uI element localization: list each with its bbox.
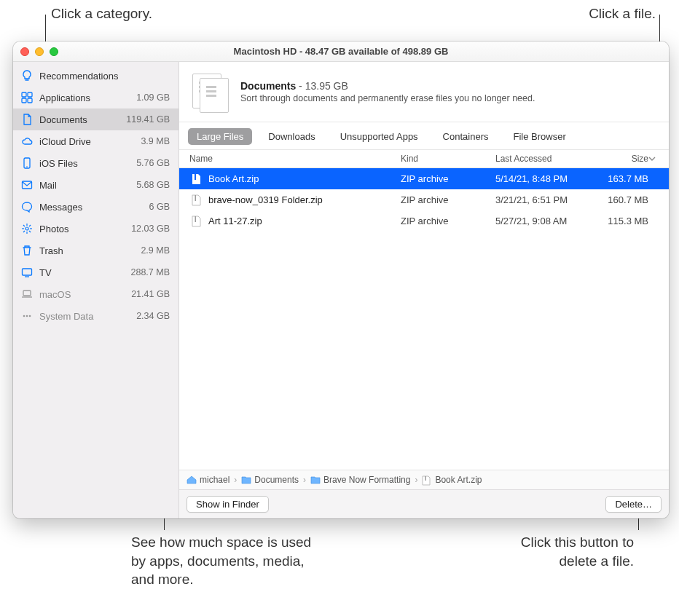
column-last-accessed[interactable]: Last Accessed: [495, 154, 594, 164]
file-last-accessed: 5/14/21, 8:48 PM: [495, 173, 594, 184]
delete-button[interactable]: Delete…: [605, 496, 662, 513]
sidebar-item-documents[interactable]: Documents119.41 GB: [13, 108, 178, 130]
path-segment[interactable]: michael: [187, 475, 229, 485]
svg-rect-0: [22, 92, 26, 97]
sidebar-item-size: 5.68 GB: [136, 180, 170, 190]
tabs: Large FilesDownloadsUnsupported AppsCont…: [179, 122, 669, 150]
window-title: Macintosh HD - 48.47 GB available of 498…: [13, 46, 669, 57]
document-icon: [20, 113, 34, 126]
sidebar-item-label: TV: [39, 267, 126, 278]
svg-point-21: [29, 315, 31, 317]
file-last-accessed: 3/21/21, 6:51 PM: [495, 194, 594, 205]
svg-point-5: [26, 166, 28, 167]
sidebar-item-recommendations[interactable]: Recommendations: [13, 65, 178, 87]
sidebar-item-photos[interactable]: Photos12.03 GB: [13, 218, 178, 240]
column-name[interactable]: Name: [189, 154, 401, 164]
sidebar-item-mail[interactable]: Mail5.68 GB: [13, 174, 178, 196]
phone-icon: [20, 157, 34, 170]
file-size: 163.7 MB: [594, 173, 648, 184]
file-kind: ZIP archive: [401, 194, 495, 205]
lightbulb-icon: [20, 69, 34, 82]
folder-icon: [310, 475, 321, 484]
tab-downloads[interactable]: Downloads: [259, 128, 323, 145]
sidebar-item-label: iCloud Drive: [39, 136, 136, 147]
titlebar: Macintosh HD - 48.47 GB available of 498…: [13, 42, 669, 62]
column-headers: Name Kind Last Accessed Size: [179, 150, 669, 168]
file-row[interactable]: brave-now_0319 Folder.zipZIP archive3/21…: [179, 189, 669, 210]
chevron-right-icon: ›: [415, 475, 417, 485]
tab-unsupported-apps[interactable]: Unsupported Apps: [331, 128, 427, 145]
sidebar-item-label: Mail: [39, 180, 132, 191]
laptop-icon: [20, 288, 34, 301]
documents-icon: [189, 71, 232, 113]
sidebar: RecommendationsApplications1.09 GBDocume…: [13, 62, 179, 518]
sidebar-item-size: 119.41 GB: [126, 114, 170, 125]
zip-icon: [189, 173, 203, 186]
sidebar-item-trash[interactable]: Trash2.9 MB: [13, 240, 178, 261]
sidebar-item-size: 288.7 MB: [130, 267, 170, 277]
header-size: 13.95 GB: [305, 80, 348, 92]
svg-rect-16: [23, 269, 32, 275]
sidebar-item-label: macOS: [39, 289, 127, 300]
svg-rect-25: [425, 476, 427, 481]
svg-rect-3: [28, 98, 32, 103]
svg-rect-1: [28, 92, 32, 97]
callout-line: [638, 517, 639, 530]
file-name: Book Art.zip: [208, 173, 401, 184]
file-row[interactable]: Art 11-27.zipZIP archive5/27/21, 9:08 AM…: [179, 210, 669, 232]
sidebar-item-size: 2.9 MB: [141, 245, 170, 256]
tab-file-browser[interactable]: File Browser: [504, 128, 574, 145]
file-kind: ZIP archive: [401, 216, 495, 226]
sidebar-item-size: 3.9 MB: [141, 136, 170, 146]
path-label: Brave Now Formatting: [323, 475, 410, 485]
storage-management-window: Macintosh HD - 48.47 GB available of 498…: [13, 42, 669, 518]
path-segment[interactable]: Brave Now Formatting: [310, 475, 410, 485]
svg-rect-22: [195, 174, 196, 180]
column-size[interactable]: Size: [594, 154, 648, 164]
svg-rect-18: [23, 291, 31, 296]
sidebar-item-system-data[interactable]: System Data2.34 GB: [13, 305, 178, 327]
svg-rect-24: [195, 216, 197, 222]
tab-large-files[interactable]: Large Files: [188, 128, 252, 145]
tab-containers[interactable]: Containers: [434, 128, 498, 145]
sidebar-item-size: 5.76 GB: [136, 158, 170, 168]
file-last-accessed: 5/27/21, 9:08 AM: [495, 216, 594, 226]
column-kind[interactable]: Kind: [401, 154, 495, 164]
zip-icon: [422, 475, 432, 484]
sidebar-item-messages[interactable]: Messages6 GB: [13, 196, 178, 218]
file-size: 160.7 MB: [594, 194, 648, 205]
sidebar-item-tv[interactable]: TV288.7 MB: [13, 261, 178, 283]
file-size: 115.3 MB: [594, 216, 648, 226]
sidebar-item-ios-files[interactable]: iOS Files5.76 GB: [13, 152, 178, 174]
path-segment[interactable]: Documents: [241, 475, 299, 485]
column-menu-icon[interactable]: [648, 155, 662, 162]
documents-header: Documents - 13.95 GB Sort through docume…: [179, 62, 669, 122]
sidebar-item-macos[interactable]: macOS21.41 GB: [13, 283, 178, 305]
photos-icon: [20, 222, 34, 235]
path-segment[interactable]: Book Art.zip: [422, 475, 482, 485]
sidebar-item-label: Photos: [39, 224, 127, 234]
folder-icon: [241, 475, 251, 484]
callout-delete: Click this button to delete a file.: [481, 533, 634, 570]
svg-line-14: [23, 231, 25, 232]
sidebar-item-icloud-drive[interactable]: iCloud Drive3.9 MB: [13, 130, 178, 152]
sidebar-item-label: System Data: [39, 311, 132, 322]
svg-point-19: [23, 315, 25, 317]
callout-space: See how much space is used by apps, docu…: [131, 533, 321, 589]
sidebar-item-label: Documents: [39, 114, 122, 125]
trash-icon: [20, 244, 34, 257]
file-row[interactable]: Book Art.zipZIP archive5/14/21, 8:48 PM1…: [179, 168, 669, 189]
header-separator: -: [296, 80, 305, 92]
sidebar-item-applications[interactable]: Applications1.09 GB: [13, 87, 178, 108]
svg-line-13: [29, 231, 31, 232]
message-icon: [20, 200, 34, 213]
sidebar-item-label: iOS Files: [39, 158, 132, 169]
file-list: Book Art.zipZIP archive5/14/21, 8:48 PM1…: [179, 168, 669, 470]
callout-category: Click a category.: [51, 4, 152, 23]
path-bar: michael›Documents›Brave Now Formatting›B…: [179, 470, 669, 489]
sidebar-item-size: 6 GB: [149, 202, 170, 212]
show-in-finder-button[interactable]: Show in Finder: [187, 496, 269, 513]
tv-icon: [20, 266, 34, 279]
home-icon: [187, 475, 197, 484]
file-kind: ZIP archive: [401, 173, 495, 184]
